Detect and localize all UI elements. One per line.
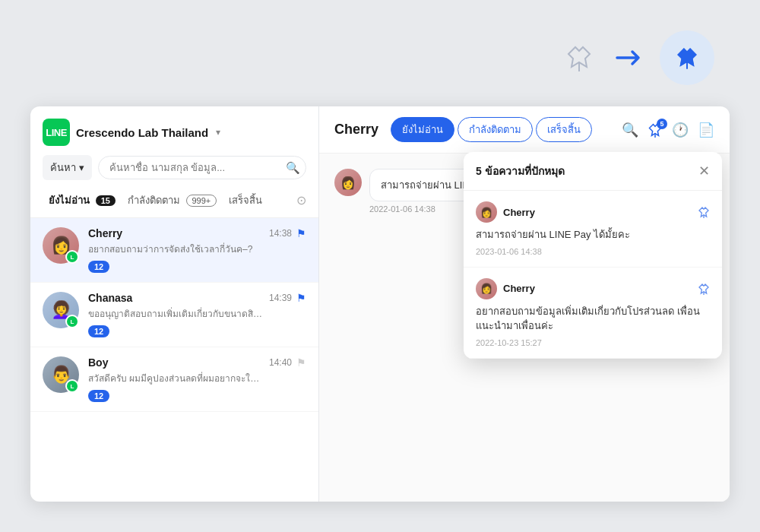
tab-unread[interactable]: ยังไม่อ่าน 15 [43, 189, 122, 211]
chat-item-boy[interactable]: 👨 L Boy 14:40 ⚑ สวัสดีค [30, 347, 318, 412]
pinned-sender-1: 👩 Cherry [476, 201, 535, 223]
pinned-sender-name-1: Cherry [503, 207, 535, 218]
tab-done[interactable]: เสร็จสิ้น [223, 189, 268, 211]
pinned-msg-time-2: 2022-10-23 15:27 [476, 338, 710, 347]
pinned-item-2-header: 👩 Cherry [476, 278, 710, 299]
search-submit-button[interactable]: 🔍 [286, 161, 300, 175]
chat-item-chanasa[interactable]: 👩‍🦱 L Chanasa 14:39 ⚑ [30, 283, 318, 347]
outer-wrapper: LINE Crescendo Lab Thailand ▾ ค้นหา ▾ 🔍 [0, 0, 760, 532]
company-dropdown-icon[interactable]: ▾ [216, 127, 220, 138]
avatar-chanasa: 👩‍🦱 L [43, 292, 79, 328]
pinned-msg-text-1: สามารถจ่ายผ่าน LINE Pay ได้มั้ยคะ [476, 227, 710, 242]
arrow-icon [611, 41, 644, 74]
unread-badge-boy: 12 [88, 390, 109, 402]
header-tab-following[interactable]: กำลังติดตาม [458, 117, 533, 142]
pinned-popup-close[interactable]: ✕ [698, 163, 710, 179]
right-panel: Cherry ยังไม่อ่าน กำลังติดตาม เสร็จสิ้น … [319, 106, 730, 502]
app-window: LINE Crescendo Lab Thailand ▾ ค้นหา ▾ 🔍 [30, 106, 730, 502]
pinned-item-1: 👩 Cherry สามารถจ่ายผ่าน LINE Pay ได้มั้ย… [464, 191, 722, 268]
header-tab-unread[interactable]: ยังไม่อ่าน [391, 117, 454, 142]
sidebar-tabs: ยังไม่อ่าน 15 กำลังติดตาม 999+ เสร็จสิ้น… [30, 189, 318, 218]
header-tab-done[interactable]: เสร็จสิ้น [536, 117, 592, 142]
chat-info-chanasa: Chanasa 14:39 ⚑ ขออนุญาติสอบถามเพิ่มเติม… [88, 292, 306, 337]
sidebar-header: LINE Crescendo Lab Thailand ▾ [30, 106, 318, 146]
filter-chevron-icon: ▾ [79, 162, 84, 173]
pinned-pin-icon-2[interactable] [698, 283, 710, 295]
chat-header-name: Cherry [334, 122, 378, 138]
pinned-item-1-header: 👩 Cherry [476, 201, 710, 223]
avatar-cherry: 👩 L [43, 227, 79, 264]
company-name: Crescendo Lab Thailand [76, 126, 208, 139]
unread-badge-cherry: 12 [88, 261, 109, 273]
line-badge-cherry: L [65, 250, 79, 264]
tab-following[interactable]: กำลังติดตาม 999+ [122, 189, 223, 211]
pinned-pin-icon-1[interactable] [698, 206, 710, 218]
top-icons-area [562, 30, 714, 85]
line-badge-chanasa: L [65, 315, 79, 328]
pin-icon-gray [562, 41, 596, 74]
tab-more-icon[interactable]: ⊙ [296, 193, 306, 207]
pinned-popup-header: 5 ข้อความที่ปักหมุด ✕ [464, 152, 722, 191]
clock-header-icon[interactable]: 🕐 [672, 122, 689, 138]
chat-list: 👩 L Cherry 14:38 ⚑ อยาก [30, 218, 318, 502]
pinned-count: 5 ข้อความที่ปักหมุด [476, 163, 565, 179]
avatar-boy: 👨 L [43, 356, 79, 393]
pin-icon-blue-active[interactable] [660, 30, 714, 85]
line-badge-boy: L [65, 379, 79, 393]
pinned-sender-avatar-1: 👩 [476, 201, 497, 223]
pin-flag-cherry: ⚑ [296, 227, 306, 239]
search-header-icon[interactable]: 🔍 [622, 122, 638, 138]
pin-header-icon[interactable]: 5 [648, 122, 663, 138]
search-input-wrapper: 🔍 [98, 156, 306, 179]
chat-info-boy: Boy 14:40 ⚑ สวัสดีครับ ผมมีคูปองส่วนลดที… [88, 356, 306, 402]
note-header-icon[interactable]: 📄 [698, 122, 714, 138]
search-bar: ค้นหา ▾ 🔍 [30, 146, 318, 189]
pinned-popup: 5 ข้อความที่ปักหมุด ✕ 👩 Cherry [464, 152, 722, 359]
header-actions: 🔍 5 🕐 📄 [622, 122, 714, 138]
pin-flag-boy: ⚑ [296, 356, 306, 369]
search-input[interactable] [98, 156, 306, 179]
pinned-sender-name-2: Cherry [503, 283, 535, 294]
chat-header: Cherry ยังไม่อ่าน กำลังติดตาม เสร็จสิ้น … [319, 106, 730, 154]
chat-info-cherry: Cherry 14:38 ⚑ อยากสอบถามว่าการจัดส่งใช้… [88, 227, 306, 273]
pinned-sender-avatar-2: 👩 [476, 278, 497, 299]
chat-item-cherry[interactable]: 👩 L Cherry 14:38 ⚑ อยาก [30, 218, 318, 283]
unread-badge-chanasa: 12 [88, 325, 109, 337]
pinned-msg-time-1: 2023-01-06 14:38 [476, 247, 710, 256]
search-filter-button[interactable]: ค้นหา ▾ [43, 155, 92, 180]
pinned-msg-text-2: อยากสอบถามข้อมูลเพิ่มเติมเกี่ยวกับโปรส่ว… [476, 304, 710, 334]
pinned-sender-2: 👩 Cherry [476, 278, 535, 299]
pin-flag-chanasa: ⚑ [296, 292, 306, 304]
sidebar: LINE Crescendo Lab Thailand ▾ ค้นหา ▾ 🔍 [30, 106, 319, 502]
msg-avatar: 👩 [334, 169, 362, 196]
line-logo: LINE [43, 119, 70, 146]
pinned-item-2: 👩 Cherry อยากสอบถามข้อมูลเพิ่มเติมเกี่ยว… [464, 268, 722, 359]
header-tabs: ยังไม่อ่าน กำลังติดตาม เสร็จสิ้น [391, 117, 610, 142]
